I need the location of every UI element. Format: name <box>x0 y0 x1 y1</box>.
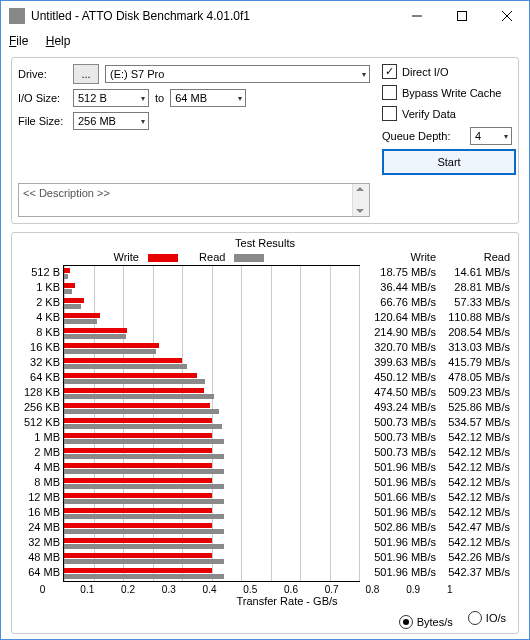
x-tick: 0.2 <box>121 584 162 595</box>
io-size-to-label: to <box>155 92 164 104</box>
column-header-write: Write <box>366 251 440 265</box>
read-value: 478.05 MB/s <box>440 370 510 385</box>
chart-bar-row <box>64 536 359 551</box>
write-bar <box>64 388 204 393</box>
read-bar <box>64 544 224 549</box>
write-bar <box>64 508 212 513</box>
chart-bar-row <box>64 341 359 356</box>
write-value: 501.96 MB/s <box>366 550 436 565</box>
read-bar <box>64 319 97 324</box>
write-bar <box>64 433 212 438</box>
read-value: 542.12 MB/s <box>440 445 510 460</box>
chart-bar-row <box>64 476 359 491</box>
titlebar: Untitled - ATTO Disk Benchmark 4.01.0f1 <box>1 1 529 31</box>
write-values-column: 18.75 MB/s36.44 MB/s66.76 MB/s120.64 MB/… <box>366 265 440 582</box>
write-value: 320.70 MB/s <box>366 340 436 355</box>
read-value: 208.54 MB/s <box>440 325 510 340</box>
write-value: 501.96 MB/s <box>366 565 436 580</box>
y-axis-label: 48 MB <box>16 550 60 565</box>
settings-group: Drive: ... (E:) S7 Pro ▾ I/O Size: 512 B… <box>11 57 519 224</box>
chart-bar-row <box>64 416 359 431</box>
write-bar <box>64 283 75 288</box>
write-bar <box>64 268 70 273</box>
direct-io-checkbox[interactable]: Direct I/O <box>382 64 512 79</box>
drive-label: Drive: <box>18 68 73 80</box>
y-axis-label: 64 MB <box>16 565 60 580</box>
minimize-button[interactable] <box>394 1 439 31</box>
read-value: 415.79 MB/s <box>440 355 510 370</box>
write-value: 120.64 MB/s <box>366 310 436 325</box>
read-bar <box>64 424 222 429</box>
chart-bar-row <box>64 266 359 281</box>
chart-bar-row <box>64 566 359 581</box>
queue-depth-label: Queue Depth: <box>382 130 470 142</box>
read-bar <box>64 499 224 504</box>
legend-write-swatch <box>148 254 178 262</box>
y-axis-label: 8 MB <box>16 475 60 490</box>
read-bar <box>64 379 205 384</box>
io-radio[interactable]: IO/s <box>468 611 506 625</box>
chart-bar-row <box>64 431 359 446</box>
read-value: 542.47 MB/s <box>440 520 510 535</box>
chart-bar-row <box>64 461 359 476</box>
write-bar <box>64 328 127 333</box>
write-bar <box>64 463 212 468</box>
file-size-label: File Size: <box>18 115 73 127</box>
y-axis-label: 8 KB <box>16 325 60 340</box>
write-bar <box>64 523 212 528</box>
read-value: 542.26 MB/s <box>440 550 510 565</box>
read-value: 542.12 MB/s <box>440 505 510 520</box>
start-button[interactable]: Start <box>382 149 516 175</box>
write-value: 66.76 MB/s <box>366 295 436 310</box>
io-size-from-select[interactable]: 512 B ▾ <box>73 89 149 107</box>
read-bar <box>64 514 224 519</box>
write-bar <box>64 493 212 498</box>
queue-depth-select[interactable]: 4 ▾ <box>470 127 512 145</box>
chart-legend: Write Read <box>16 251 366 263</box>
description-placeholder: << Description >> <box>23 187 110 213</box>
file-size-select[interactable]: 256 MB ▾ <box>73 112 149 130</box>
x-tick: 0.3 <box>162 584 203 595</box>
write-bar <box>64 448 212 453</box>
verify-data-checkbox[interactable]: Verify Data <box>382 106 512 121</box>
description-input[interactable]: << Description >> <box>18 183 370 217</box>
radio-icon <box>468 611 482 625</box>
write-value: 501.66 MB/s <box>366 490 436 505</box>
window-title: Untitled - ATTO Disk Benchmark 4.01.0f1 <box>31 9 394 23</box>
app-icon <box>9 8 25 24</box>
read-bar <box>64 484 224 489</box>
io-size-to-select[interactable]: 64 MB ▾ <box>170 89 246 107</box>
write-bar <box>64 358 182 363</box>
scrollbar[interactable] <box>352 184 369 216</box>
menu-file[interactable]: File <box>9 34 28 48</box>
read-value: 534.57 MB/s <box>440 415 510 430</box>
bytes-radio[interactable]: Bytes/s <box>399 615 453 629</box>
write-bar <box>64 313 100 318</box>
results-title: Test Results <box>16 237 514 249</box>
read-bar <box>64 364 187 369</box>
chart-bar-row <box>64 551 359 566</box>
chart-bar-row <box>64 281 359 296</box>
write-value: 501.96 MB/s <box>366 475 436 490</box>
bypass-write-cache-checkbox[interactable]: Bypass Write Cache <box>382 85 512 100</box>
read-values-column: 14.61 MB/s28.81 MB/s57.33 MB/s110.88 MB/… <box>440 265 514 582</box>
chart-bar-row <box>64 371 359 386</box>
menu-help[interactable]: Help <box>46 34 71 48</box>
drive-browse-button[interactable]: ... <box>73 64 99 84</box>
chart-bar-row <box>64 401 359 416</box>
y-axis-label: 32 KB <box>16 355 60 370</box>
checkbox-icon <box>382 106 397 121</box>
write-value: 493.24 MB/s <box>366 400 436 415</box>
close-button[interactable] <box>484 1 529 31</box>
write-value: 500.73 MB/s <box>366 445 436 460</box>
write-bar <box>64 298 84 303</box>
write-value: 399.63 MB/s <box>366 355 436 370</box>
drive-select[interactable]: (E:) S7 Pro ▾ <box>105 65 370 83</box>
x-tick: 0.7 <box>325 584 366 595</box>
write-value: 500.73 MB/s <box>366 430 436 445</box>
legend-read-label: Read <box>199 251 225 263</box>
column-header-read: Read <box>440 251 514 265</box>
maximize-button[interactable] <box>439 1 484 31</box>
read-value: 542.37 MB/s <box>440 565 510 580</box>
drive-value: (E:) S7 Pro <box>110 68 164 80</box>
